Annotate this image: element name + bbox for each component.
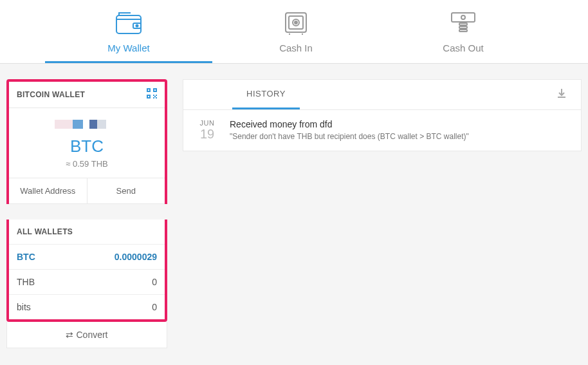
transaction-month: JUN xyxy=(195,119,219,127)
nav-tab-my-wallet[interactable]: My Wallet xyxy=(45,0,212,63)
svg-rect-20 xyxy=(154,96,156,97)
history-tab[interactable]: HISTORY xyxy=(232,80,300,109)
svg-rect-21 xyxy=(153,97,154,98)
nav-tab-cash-in[interactable]: Cash In xyxy=(212,0,380,63)
transaction-title: Received money from dfd xyxy=(230,119,514,129)
wallet-icon xyxy=(114,8,143,39)
bitcoin-wallet-card: BITCOIN WALLET BTC ≈ 0.59 THB xyxy=(6,79,167,322)
transaction-note: "Sender don't have THB but recipient doe… xyxy=(230,132,514,141)
download-button[interactable] xyxy=(553,84,571,105)
svg-rect-10 xyxy=(459,26,467,28)
sidebar: BITCOIN WALLET BTC ≈ 0.59 THB xyxy=(6,79,167,348)
transaction-date: JUN 19 xyxy=(195,119,219,142)
transaction-row[interactable]: JUN 19 Received money from dfd "Sender d… xyxy=(183,110,581,151)
cash-out-icon xyxy=(449,8,477,39)
nav-tab-label: My Wallet xyxy=(107,42,149,53)
convert-button[interactable]: ⇄Convert xyxy=(6,322,167,348)
nav-tab-cash-out[interactable]: Cash Out xyxy=(380,0,547,63)
wallet-row-bits[interactable]: bits 0 xyxy=(9,294,165,319)
currency-label: BTC xyxy=(15,136,158,156)
svg-rect-15 xyxy=(154,89,156,91)
nav-tab-label: Cash Out xyxy=(443,42,483,53)
svg-point-2 xyxy=(136,25,138,27)
balance-amount-redacted xyxy=(15,120,158,133)
history-tabs: HISTORY xyxy=(232,80,300,109)
content-area: HISTORY JUN 19 Received money from dfd "… xyxy=(183,79,582,348)
wallet-actions: Wallet Address Send xyxy=(9,178,165,204)
wallet-header-title: BITCOIN WALLET xyxy=(17,90,85,99)
top-nav: My Wallet Cash In xyxy=(0,0,588,64)
nav-tab-label: Cash In xyxy=(279,42,313,53)
history-header: HISTORY xyxy=(183,80,581,110)
nav-tabs: My Wallet Cash In xyxy=(45,0,547,63)
svg-rect-17 xyxy=(148,96,149,97)
svg-point-8 xyxy=(461,15,465,19)
svg-rect-22 xyxy=(156,97,157,98)
wallet-header: BITCOIN WALLET xyxy=(9,82,165,108)
all-wallets-title: ALL WALLETS xyxy=(9,220,165,244)
svg-rect-9 xyxy=(459,23,467,25)
svg-rect-23 xyxy=(558,97,565,98)
wallet-row-amount: 0 xyxy=(152,277,157,287)
wallet-address-button[interactable]: Wallet Address xyxy=(9,178,87,203)
svg-rect-11 xyxy=(459,30,467,32)
svg-rect-18 xyxy=(153,95,154,96)
history-panel: HISTORY JUN 19 Received money from dfd "… xyxy=(183,79,582,151)
send-button[interactable]: Send xyxy=(87,178,165,203)
balance-area: BTC ≈ 0.59 THB xyxy=(9,108,165,178)
svg-rect-7 xyxy=(452,13,475,22)
wallet-row-amount: 0.0000029 xyxy=(115,252,157,262)
wallet-row-currency: BTC xyxy=(17,252,35,262)
wallet-row-thb[interactable]: THB 0 xyxy=(9,269,165,294)
wallet-row-currency: bits xyxy=(17,302,31,312)
wallet-row-btc[interactable]: BTC 0.0000029 xyxy=(9,244,165,269)
svg-rect-13 xyxy=(148,89,149,91)
safe-icon xyxy=(283,8,309,39)
svg-point-6 xyxy=(295,21,297,24)
svg-rect-19 xyxy=(156,95,157,96)
convert-icon: ⇄ xyxy=(66,330,73,340)
approx-value: ≈ 0.59 THB xyxy=(15,159,158,169)
wallet-row-amount: 0 xyxy=(152,302,157,312)
wallet-row-currency: THB xyxy=(17,277,35,287)
qr-code-button[interactable] xyxy=(147,88,157,101)
main-content: BITCOIN WALLET BTC ≈ 0.59 THB xyxy=(0,64,588,364)
transaction-body: Received money from dfd "Sender don't ha… xyxy=(230,119,514,141)
transaction-day: 19 xyxy=(195,127,219,142)
convert-label: Convert xyxy=(76,330,107,340)
